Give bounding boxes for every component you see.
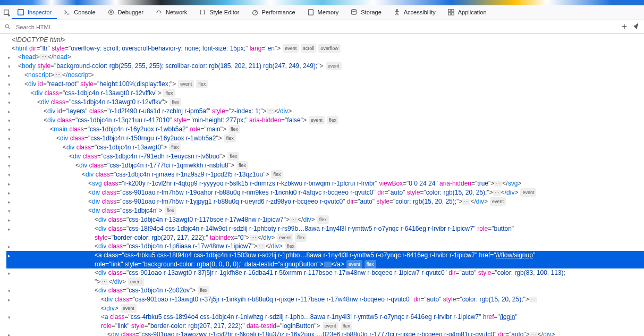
tab-label: Memory: [318, 9, 339, 15]
inspector-icon: [17, 9, 24, 16]
debugger-icon: [107, 9, 115, 16]
tree-row[interactable]: <div class="css-1dbjc4n r-13awgt0 r-12vf…: [6, 98, 644, 107]
expand-toggle[interactable]: [6, 331, 12, 336]
expand-toggle[interactable]: [6, 296, 12, 304]
expand-toggle[interactable]: [6, 107, 12, 116]
expand-toggle[interactable]: [6, 216, 12, 224]
expand-toggle[interactable]: [6, 89, 12, 98]
tab-label: Debugger: [118, 9, 143, 15]
expand-toggle[interactable]: [6, 180, 12, 188]
tree-row[interactable]: <div class="css-1dbjc4n r-1p6iasa r-17w4…: [6, 242, 644, 251]
tree-row[interactable]: <svg class="r-k200y r-1cvl2hr r-4qtqp9 r…: [6, 179, 644, 188]
expand-toggle[interactable]: [6, 189, 12, 197]
tab-label: Application: [458, 9, 487, 15]
svg-point-11: [5, 24, 9, 28]
svg-rect-10: [452, 12, 454, 14]
svg-rect-9: [448, 12, 450, 14]
expand-toggle[interactable]: [6, 242, 12, 251]
tab-application[interactable]: Application: [442, 6, 492, 19]
tab-debugger[interactable]: Debugger: [102, 6, 149, 19]
tree-row[interactable]: <div class="css-901oao r-fm7h5w r-1yjpyg…: [6, 197, 644, 206]
performance-icon: [251, 9, 259, 16]
tab-inspector[interactable]: Inspector: [12, 6, 57, 19]
expand-toggle[interactable]: [6, 313, 12, 322]
tab-network[interactable]: Network: [150, 6, 192, 19]
tree-row[interactable]: <div class="css-1dbjc4n r-13awgt0">flex: [6, 143, 644, 152]
style-editor-icon: [199, 9, 206, 16]
tab-memory[interactable]: Memory: [302, 6, 344, 19]
tab-accessibility[interactable]: Accessibility: [388, 6, 441, 19]
tree-row[interactable]: <div class="css-901oao r-fm7h5w r-19oaho…: [6, 188, 644, 197]
network-icon: [155, 9, 163, 16]
tab-label: Performance: [262, 9, 295, 15]
tab-label: Storage: [361, 9, 382, 15]
expand-toggle[interactable]: [6, 62, 12, 71]
search-icon: [4, 23, 11, 31]
tab-label: Console: [74, 9, 95, 15]
tree-row[interactable]: <div class="css-1dbjc4n r-1777fci r-1qmw…: [6, 161, 644, 170]
tree-row[interactable]: <div class="css-901oao r-13awgt0 r-37j5j…: [6, 268, 644, 286]
tree-row[interactable]: <div class="css-1dbjc4n r-jjmaes r-1nz9s…: [6, 170, 644, 179]
expand-toggle[interactable]: [6, 53, 12, 62]
search-row: [0, 20, 644, 34]
tree-row[interactable]: <div class="css-1dbjc4n r-13awgt0 r-12vf…: [6, 89, 644, 98]
tree-row[interactable]: <!DOCTYPE html>: [6, 36, 644, 44]
expand-toggle[interactable]: [6, 116, 12, 125]
tab-label: Network: [166, 9, 187, 15]
tab-console[interactable]: Console: [58, 6, 100, 19]
search-input[interactable]: [14, 23, 617, 31]
svg-rect-7: [448, 9, 450, 11]
tree-row-selected[interactable]: <a class="css-4rbku5 css-18t94o4 css-1db…: [6, 251, 644, 268]
tab-storage[interactable]: Storage: [345, 6, 387, 19]
tree-row[interactable]: <div class="css-18t94o4 css-1dbjc4n r-14…: [6, 224, 644, 242]
tab-performance[interactable]: Performance: [246, 6, 301, 19]
expand-toggle[interactable]: [6, 162, 12, 170]
tree-row[interactable]: <div class="css-1dbjc4n">flex: [6, 206, 644, 215]
tree-row[interactable]: <div class="css-901oao r-13awgt0 r-37j5j…: [6, 295, 644, 313]
tree-row[interactable]: <div class="css-1dbjc4n r-13awgt0 r-117b…: [6, 215, 644, 224]
svg-rect-8: [452, 9, 454, 11]
tree-row[interactable]: <div class="css-901oao r-1awozwy r-1cvl2…: [6, 330, 644, 336]
expand-toggle[interactable]: [6, 171, 12, 179]
expand-toggle[interactable]: [6, 287, 12, 295]
tab-label: Style Editor: [209, 9, 239, 15]
tree-row[interactable]: <head>⋯</head>: [6, 53, 644, 62]
expand-toggle[interactable]: [6, 80, 12, 89]
tree-row[interactable]: <div class="css-1dbjc4n r-791edh r-1euyc…: [6, 152, 644, 161]
expand-toggle[interactable]: [6, 198, 12, 206]
tree-row[interactable]: <div class="css-1dbjc4n r-150rngu r-16y2…: [6, 134, 644, 143]
expand-toggle[interactable]: [6, 71, 12, 80]
svg-rect-4: [308, 9, 313, 15]
tree-row[interactable]: <noscript>⋯</noscript>: [6, 71, 644, 80]
expand-toggle[interactable]: [6, 269, 12, 278]
expand-toggle[interactable]: [6, 125, 12, 134]
svg-rect-1: [18, 9, 24, 15]
expand-toggle[interactable]: [6, 135, 12, 143]
tree-row[interactable]: <div class="css-1dbjc4n r-2o02ov">flex: [6, 286, 644, 295]
devtools-toolbar: Inspector Console Debugger Network Style…: [0, 5, 644, 20]
application-icon: [447, 9, 455, 16]
expand-toggle[interactable]: [6, 98, 12, 107]
expand-toggle[interactable]: [6, 225, 12, 233]
svg-point-5: [352, 9, 357, 11]
tree-row[interactable]: <div class="css-1dbjc4n r-13qz1uu r-4170…: [6, 116, 644, 125]
tree-row[interactable]: <body style="background-color: rgb(255, …: [6, 62, 644, 71]
expand-toggle[interactable]: [6, 207, 12, 215]
tree-row[interactable]: <a class="css-4rbku5 css-18t94o4 css-1db…: [6, 313, 644, 330]
tab-style-editor[interactable]: Style Editor: [193, 6, 244, 19]
expand-toggle[interactable]: [6, 251, 12, 260]
add-node-icon[interactable]: [621, 23, 628, 31]
page-content-strip: [0, 0, 644, 5]
element-picker-icon[interactable]: [3, 9, 11, 16]
accessibility-icon: [393, 9, 401, 16]
expand-toggle[interactable]: [6, 144, 12, 152]
svg-point-6: [396, 9, 397, 11]
memory-icon: [307, 9, 315, 16]
markup-tree[interactable]: <!DOCTYPE html> <html dir="ltr" style="o…: [0, 34, 644, 336]
eyedropper-icon[interactable]: [632, 23, 640, 31]
tree-row[interactable]: <div id="react-root" style="height:100%;…: [6, 80, 644, 89]
tree-row[interactable]: <main class="css-1dbjc4n r-16y2uox r-1wb…: [6, 125, 644, 134]
expand-toggle[interactable]: [6, 153, 12, 161]
tree-row[interactable]: <html dir="ltr" style="overflow-y: scrol…: [6, 44, 644, 53]
tree-row[interactable]: <div id="layers" class="r-1d2f490 r-u8s1…: [6, 107, 644, 116]
